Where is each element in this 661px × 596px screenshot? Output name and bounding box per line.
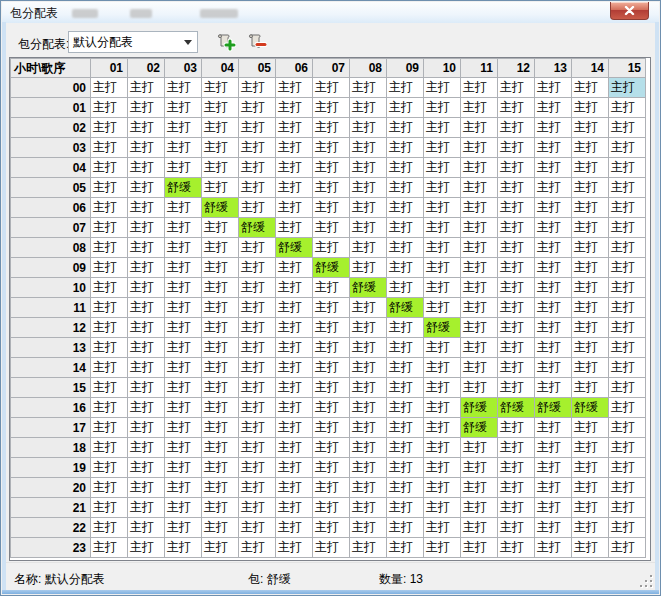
grid-cell[interactable]: 主打 xyxy=(350,138,387,158)
grid-cell[interactable]: 主打 xyxy=(91,538,128,558)
grid-cell[interactable]: 主打 xyxy=(572,178,609,198)
grid-cell-selected[interactable]: 主打 xyxy=(609,78,646,98)
grid-cell[interactable]: 主打 xyxy=(202,238,239,258)
grid-cell[interactable]: 主打 xyxy=(387,118,424,138)
grid-cell[interactable]: 主打 xyxy=(165,138,202,158)
grid-cell[interactable]: 主打 xyxy=(128,418,165,438)
grid-cell[interactable]: 主打 xyxy=(535,378,572,398)
grid-cell[interactable]: 主打 xyxy=(202,158,239,178)
grid-cell[interactable]: 主打 xyxy=(128,458,165,478)
grid-cell[interactable]: 主打 xyxy=(239,318,276,338)
grid-cell[interactable]: 主打 xyxy=(461,138,498,158)
grid-cell[interactable]: 主打 xyxy=(609,358,646,378)
grid-cell[interactable]: 主打 xyxy=(165,238,202,258)
grid-cell[interactable]: 主打 xyxy=(276,138,313,158)
grid-cell[interactable]: 主打 xyxy=(350,338,387,358)
grid-cell[interactable]: 主打 xyxy=(313,538,350,558)
grid-cell[interactable]: 主打 xyxy=(572,258,609,278)
grid-cell[interactable]: 主打 xyxy=(313,318,350,338)
grid-cell[interactable]: 主打 xyxy=(387,318,424,338)
grid-cell-highlight[interactable]: 舒缓 xyxy=(239,218,276,238)
grid-cell[interactable]: 主打 xyxy=(609,138,646,158)
grid-cell[interactable]: 主打 xyxy=(165,78,202,98)
grid-cell[interactable]: 主打 xyxy=(609,378,646,398)
grid-cell[interactable]: 主打 xyxy=(276,198,313,218)
grid-cell[interactable]: 主打 xyxy=(276,318,313,338)
grid-cell[interactable]: 主打 xyxy=(535,178,572,198)
grid-cell[interactable]: 主打 xyxy=(424,498,461,518)
grid-cell[interactable]: 主打 xyxy=(535,78,572,98)
grid-cell[interactable]: 主打 xyxy=(202,318,239,338)
grid-cell[interactable]: 主打 xyxy=(128,378,165,398)
grid-cell[interactable]: 主打 xyxy=(91,318,128,338)
grid-cell[interactable]: 主打 xyxy=(91,98,128,118)
grid-cell[interactable]: 主打 xyxy=(350,538,387,558)
grid-cell[interactable]: 主打 xyxy=(165,458,202,478)
grid-cell[interactable]: 主打 xyxy=(350,378,387,398)
grid-cell[interactable]: 主打 xyxy=(276,338,313,358)
grid-cell[interactable]: 主打 xyxy=(165,418,202,438)
grid-cell-highlight[interactable]: 舒缓 xyxy=(461,418,498,438)
grid-cell[interactable]: 主打 xyxy=(387,238,424,258)
grid-cell[interactable]: 主打 xyxy=(572,498,609,518)
grid-cell-highlight[interactable]: 舒缓 xyxy=(387,298,424,318)
grid-cell[interactable]: 主打 xyxy=(461,238,498,258)
grid-cell[interactable]: 主打 xyxy=(91,418,128,438)
grid-cell[interactable]: 主打 xyxy=(276,98,313,118)
resize-grip[interactable] xyxy=(639,574,652,587)
grid-cell[interactable]: 主打 xyxy=(350,118,387,138)
grid-cell[interactable]: 主打 xyxy=(313,438,350,458)
grid-cell[interactable]: 主打 xyxy=(498,118,535,138)
grid-cell[interactable]: 主打 xyxy=(202,118,239,138)
grid-cell[interactable]: 主打 xyxy=(498,178,535,198)
grid-cell[interactable]: 主打 xyxy=(572,218,609,238)
grid-cell[interactable]: 主打 xyxy=(498,278,535,298)
grid-cell[interactable]: 主打 xyxy=(461,318,498,338)
grid-cell[interactable]: 主打 xyxy=(498,378,535,398)
grid-cell[interactable]: 主打 xyxy=(609,538,646,558)
grid-cell[interactable]: 主打 xyxy=(535,258,572,278)
grid-cell-highlight[interactable]: 舒缓 xyxy=(202,198,239,218)
grid-cell[interactable]: 主打 xyxy=(609,398,646,418)
grid-cell[interactable]: 主打 xyxy=(239,238,276,258)
grid-cell[interactable]: 主打 xyxy=(609,158,646,178)
grid-cell[interactable]: 主打 xyxy=(609,118,646,138)
grid-cell[interactable]: 主打 xyxy=(535,98,572,118)
grid-cell[interactable]: 主打 xyxy=(424,358,461,378)
grid-cell[interactable]: 主打 xyxy=(202,418,239,438)
grid-cell[interactable]: 主打 xyxy=(535,498,572,518)
grid-cell[interactable]: 主打 xyxy=(387,158,424,178)
grid-cell[interactable]: 主打 xyxy=(239,138,276,158)
grid-cell[interactable]: 主打 xyxy=(498,218,535,238)
grid-cell[interactable]: 主打 xyxy=(387,178,424,198)
grid-cell[interactable]: 主打 xyxy=(91,498,128,518)
grid-cell[interactable]: 主打 xyxy=(313,418,350,438)
grid-cell[interactable]: 主打 xyxy=(91,218,128,238)
grid-cell[interactable]: 主打 xyxy=(276,118,313,138)
grid-cell[interactable]: 主打 xyxy=(91,298,128,318)
remove-allocation-button[interactable] xyxy=(245,31,267,52)
grid-cell[interactable]: 主打 xyxy=(276,298,313,318)
grid-cell[interactable]: 主打 xyxy=(165,298,202,318)
grid-cell[interactable]: 主打 xyxy=(461,298,498,318)
grid-cell[interactable]: 主打 xyxy=(572,458,609,478)
grid-cell[interactable]: 主打 xyxy=(165,218,202,238)
grid-cell[interactable]: 主打 xyxy=(276,258,313,278)
grid-cell[interactable]: 主打 xyxy=(572,418,609,438)
grid-cell[interactable]: 主打 xyxy=(498,538,535,558)
grid-cell[interactable]: 主打 xyxy=(498,78,535,98)
grid-cell[interactable]: 主打 xyxy=(609,438,646,458)
grid-cell[interactable]: 主打 xyxy=(387,458,424,478)
grid-cell[interactable]: 主打 xyxy=(128,478,165,498)
grid-cell[interactable]: 主打 xyxy=(165,498,202,518)
grid-cell[interactable]: 主打 xyxy=(350,458,387,478)
grid-cell[interactable]: 主打 xyxy=(276,398,313,418)
grid-cell[interactable]: 主打 xyxy=(276,458,313,478)
grid-cell[interactable]: 主打 xyxy=(239,278,276,298)
grid-cell[interactable]: 主打 xyxy=(239,258,276,278)
grid-cell[interactable]: 主打 xyxy=(313,98,350,118)
grid-cell[interactable]: 主打 xyxy=(313,138,350,158)
grid-cell[interactable]: 主打 xyxy=(535,418,572,438)
grid-cell[interactable]: 主打 xyxy=(498,318,535,338)
grid-cell[interactable]: 主打 xyxy=(276,478,313,498)
